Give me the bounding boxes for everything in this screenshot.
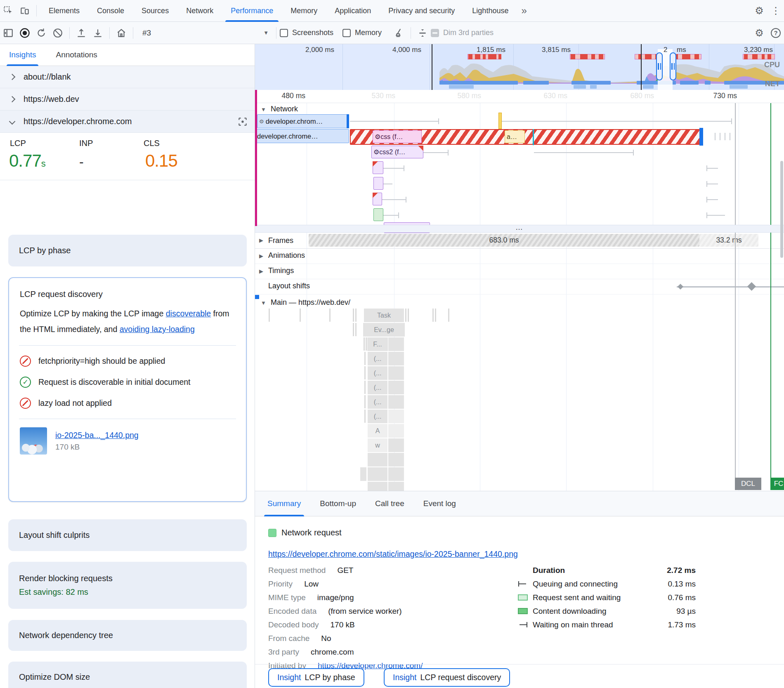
flame-scrollbar[interactable] (780, 161, 783, 258)
expand-timings-icon[interactable]: ▶ (259, 268, 263, 274)
tab-event-log[interactable]: Event log (423, 491, 456, 516)
clear-icon[interactable] (50, 25, 66, 41)
track-resize-handle[interactable]: … (255, 225, 784, 233)
anonymous-chip[interactable]: (... (368, 410, 387, 423)
home-icon[interactable] (113, 25, 130, 41)
network-request-chip[interactable]: developer.chrome… (255, 129, 349, 143)
insight-card-network-dependency-tree[interactable]: Network dependency tree (8, 620, 247, 651)
animations-track-label[interactable]: Animations (268, 251, 305, 260)
w-chip[interactable]: w (368, 438, 387, 452)
tab-privacy-security[interactable]: Privacy and security (380, 0, 463, 22)
tab-bottom-up[interactable]: Bottom-up (320, 491, 356, 516)
timeline-overview[interactable]: 2,000 ms 4,000 ms 1,815 ms 3,815 ms 3,23… (255, 44, 784, 90)
expand-frames-icon[interactable]: ▶ (259, 237, 263, 243)
anonymous-chip[interactable] (388, 395, 404, 409)
script-chip[interactable]: a… (505, 130, 525, 143)
tab-performance[interactable]: Performance (222, 0, 282, 22)
record-reload-icon[interactable] (33, 25, 50, 41)
tab-sources[interactable]: Sources (133, 0, 177, 22)
avoid-lazy-loading-link[interactable]: avoiding lazy-loading (120, 325, 195, 334)
anonymous-chip[interactable] (388, 366, 404, 380)
panel-settings-gear-icon[interactable]: ⚙ (751, 25, 767, 41)
insight-card-render-blocking[interactable]: Render blocking requests Est savings: 82… (8, 562, 247, 609)
chip[interactable] (368, 482, 387, 491)
toggle-sidebar-icon[interactable] (0, 25, 17, 41)
kebab-menu-icon[interactable]: ⋮ (767, 2, 784, 19)
insight-card-optimize-dom-size[interactable]: Optimize DOM size (8, 662, 247, 688)
dim-3rd-parties-checkbox[interactable] (431, 29, 439, 37)
partial-frame-block[interactable]: 33.2 ms (699, 234, 758, 247)
download-profile-icon[interactable] (90, 25, 106, 41)
chip[interactable] (388, 453, 404, 467)
upload-profile-icon[interactable] (73, 25, 90, 41)
anonymous-chip[interactable]: (... (368, 395, 387, 409)
chip[interactable] (388, 438, 404, 452)
insight-lcp-request-discovery-button[interactable]: InsightLCP request discovery (384, 668, 510, 687)
layout-shift-diamond[interactable] (678, 284, 683, 290)
insight-card-lcp-request-discovery[interactable]: LCP request discovery Optimize LCP by ma… (8, 277, 247, 502)
memory-checkbox[interactable] (342, 29, 351, 37)
lcp-image-link[interactable]: io-2025-ba..._1440.png (55, 431, 139, 440)
request-chip[interactable] (373, 177, 383, 190)
timings-track-label[interactable]: Timings (268, 266, 294, 275)
main-track-label[interactable]: Main — https://web.dev/ (271, 298, 350, 307)
chip[interactable] (360, 467, 366, 481)
anonymous-chip[interactable]: (... (368, 381, 387, 394)
anonymous-chip[interactable]: (... (368, 366, 387, 380)
task-chip[interactable]: Task (364, 309, 404, 322)
help-icon[interactable]: ? (767, 25, 784, 41)
chip[interactable] (388, 482, 404, 491)
network-track-label[interactable]: Network (271, 105, 298, 113)
origin-row-about-blank[interactable]: about://blank (0, 66, 255, 88)
chip[interactable] (388, 467, 404, 481)
field-data-target-icon[interactable] (237, 116, 248, 127)
tab-application[interactable]: Application (326, 0, 380, 22)
anonymous-chip[interactable] (388, 352, 404, 365)
origin-row-developer-chrome[interactable]: https://developer.chrome.com (0, 111, 255, 133)
tab-console[interactable]: Console (88, 0, 133, 22)
layout-shifts-track-label[interactable]: Layout shifts (268, 282, 310, 290)
tab-call-tree[interactable]: Call tree (375, 491, 404, 516)
tab-summary[interactable]: Summary (267, 491, 301, 516)
screenshots-checkbox[interactable] (280, 29, 288, 37)
tab-elements[interactable]: Elements (40, 0, 88, 22)
tab-memory[interactable]: Memory (282, 0, 326, 22)
chip[interactable] (368, 467, 387, 481)
request-url-link[interactable]: https://developer.chrome.com/static/imag… (268, 549, 518, 559)
collapse-sanity-icon[interactable] (414, 25, 431, 41)
gc-brush-icon[interactable] (391, 25, 407, 41)
expand-animations-icon[interactable]: ▶ (259, 253, 263, 259)
settings-gear-icon[interactable]: ⚙ (751, 2, 767, 19)
function-chip[interactable]: F... (367, 337, 388, 351)
chip[interactable] (368, 453, 387, 467)
event-chip[interactable]: Ev...ge (363, 323, 405, 337)
insight-card-layout-shift-culprits[interactable]: Layout shift culprits (8, 519, 247, 551)
collapse-track-icon[interactable]: ▼ (261, 106, 266, 113)
breadcrumb-bar[interactable] (255, 90, 257, 226)
device-toolbar-icon[interactable] (17, 2, 33, 19)
frames-track-label[interactable]: Frames (268, 236, 297, 246)
collapse-main-icon[interactable]: ▼ (261, 300, 266, 306)
insight-lcp-by-phase-button[interactable]: InsightLCP by phase (268, 668, 364, 687)
css-request-chip[interactable]: ⚙css (f… (373, 130, 422, 143)
a-chip[interactable]: A (368, 424, 387, 438)
anonymous-chip[interactable]: (... (368, 352, 387, 365)
tab-annotations[interactable]: Annotations (56, 44, 97, 66)
discoverable-link[interactable]: discoverable (166, 309, 211, 318)
history-select[interactable]: #3 ▼ (137, 28, 273, 38)
origin-row-web-dev[interactable]: https://web.dev (0, 88, 255, 111)
function-chip[interactable] (388, 337, 404, 351)
tab-insights[interactable]: Insights (9, 44, 36, 66)
lcp-image-thumbnail[interactable] (20, 427, 47, 455)
frame-duration-block[interactable]: 683.0 ms (309, 234, 699, 247)
chip[interactable] (388, 424, 404, 438)
anonymous-chip[interactable] (388, 410, 404, 423)
anonymous-chip[interactable] (388, 381, 404, 394)
more-tabs-icon[interactable]: » (521, 6, 527, 16)
network-request-chip[interactable]: ⚙developer.chrom… (257, 114, 349, 128)
layout-shift-diamond[interactable] (747, 282, 756, 291)
tab-network[interactable]: Network (177, 0, 222, 22)
request-chip[interactable] (373, 208, 383, 221)
inspect-element-icon[interactable] (0, 2, 17, 19)
insight-card-lcp-by-phase[interactable]: LCP by phase (8, 235, 247, 266)
